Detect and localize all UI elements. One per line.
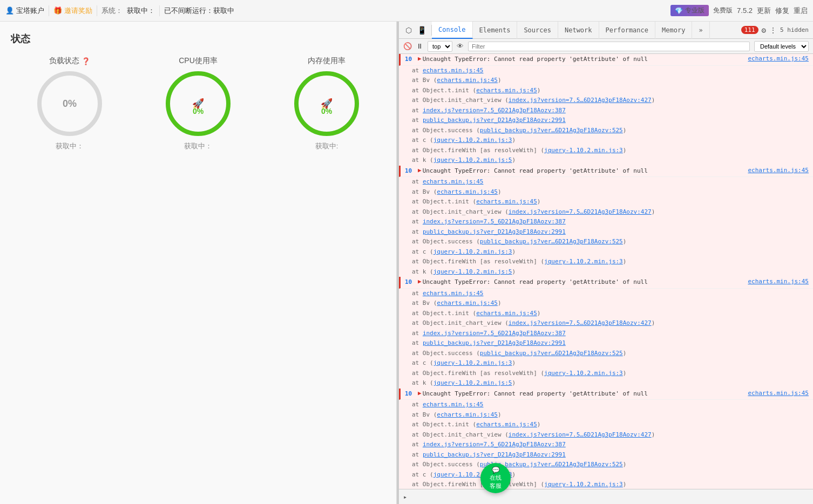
console-entry[interactable]: 10 ▶ Uncaught TypeError: Cannot read pro… [399, 166, 813, 178]
left-panel: 状态 负载状态 ❓ 0% 获取中： CPU使用率 🚀0% [0, 22, 397, 504]
pro-badge: 💎 专业版 [670, 5, 709, 16]
inspect-icon[interactable]: ⬡ [403, 25, 414, 36]
load-sub-label: 获取中： [56, 141, 84, 151]
stack-link[interactable]: jquery-1.10.2.min.js:3 [544, 258, 623, 265]
stack-link[interactable]: jquery-1.10.2.min.js:3 [544, 481, 623, 488]
error-source[interactable]: echarts.min.js:45 [748, 167, 809, 174]
stack-link[interactable]: jquery-1.10.2.min.js:5 [433, 379, 512, 386]
stack-line: at c (jquery-1.10.2.min.js:3) [399, 358, 813, 369]
load-gauge: 0% [37, 71, 102, 136]
pause-icon[interactable]: ⏸ [416, 42, 423, 50]
stack-link[interactable]: index.js?version=7.5_6D21Ag3pF18Aozv:387 [423, 441, 566, 448]
stack-link[interactable]: echarts.min.js:45 [437, 188, 498, 195]
console-content[interactable]: 10 ▶ Uncaught TypeError: Cannot read pro… [399, 54, 813, 489]
stack-link[interactable]: index.js?version=7.5…6D21Ag3pF18Aozv:427 [509, 208, 652, 215]
stack-line: at Object.success (public_backup.js?ver…… [399, 237, 813, 247]
chat-support-button[interactable]: 💬 在线客服 [480, 463, 511, 493]
tab-memory[interactable]: Memory [655, 22, 692, 39]
stack-link[interactable]: public_backup.js?ver_D21Ag3pF18Aozv:2991 [423, 228, 566, 235]
tab-performance[interactable]: Performance [599, 22, 655, 39]
collapse-icon[interactable]: ▶ [418, 167, 422, 174]
tab-elements[interactable]: Elements [473, 22, 518, 39]
stack-line: at Object.fireWith [as resolveWith] (jqu… [399, 146, 813, 156]
stack-link[interactable]: echarts.min.js:45 [476, 87, 537, 94]
stack-link[interactable]: echarts.min.js:45 [437, 299, 498, 307]
stack-link[interactable]: jquery-1.10.2.min.js:3 [544, 370, 623, 377]
stack-link[interactable]: echarts.min.js:45 [476, 198, 537, 205]
collapse-icon[interactable]: ▶ [418, 55, 422, 62]
uptime-label: 已不间断运行：获取中 [164, 6, 234, 16]
repair-button[interactable]: 修复 [775, 6, 789, 16]
console-bottom: ▸ [399, 489, 813, 504]
tab-network[interactable]: Network [558, 22, 599, 39]
stack-link[interactable]: index.js?version=7.5…6D21Ag3pF18Aozv:427 [509, 319, 652, 326]
stack-link[interactable]: public_backup.js?ver…6D21Ag3pF18Aozv:525 [480, 238, 623, 245]
stack-line: at c (jquery-1.10.2.min.js:3) [399, 247, 813, 257]
error-source[interactable]: echarts.min.js:45 [748, 390, 809, 397]
collapse-icon[interactable]: ▶ [418, 390, 422, 397]
stack-link[interactable]: jquery-1.10.2.min.js:3 [544, 147, 623, 154]
devtools-icon-bar: ⬡ 📱 [399, 25, 432, 36]
user-account-button[interactable]: 👤 宝塔账户 [5, 6, 44, 16]
stack-link[interactable]: public_backup.js?ver…6D21Ag3pF18Aozv:525 [480, 350, 623, 357]
error-source[interactable]: echarts.min.js:45 [748, 278, 809, 285]
stack-link[interactable]: jquery-1.10.2.min.js:5 [433, 268, 512, 275]
stack-link[interactable]: index.js?version=7.5…6D21Ag3pF18Aozv:427 [509, 431, 652, 438]
stack-link[interactable]: echarts.min.js:45 [476, 310, 537, 317]
context-select[interactable]: top [428, 41, 452, 52]
divider [97, 5, 97, 16]
stack-line: at Object.t.init (echarts.min.js:45) [399, 309, 813, 319]
load-label-text: 负载状态 [49, 56, 79, 66]
tab-sources[interactable]: Sources [517, 22, 558, 39]
stack-line: at Object.success (public_backup.js?ver…… [399, 460, 813, 470]
settings-icon[interactable]: ⚙ [762, 26, 766, 35]
divider [159, 5, 160, 16]
error-message: Uncaught TypeError: Cannot read property… [423, 278, 744, 287]
stack-link[interactable]: echarts.min.js:45 [437, 77, 498, 84]
stack-line: at echarts.min.js:45 [399, 289, 813, 299]
stack-link[interactable]: public_backup.js?ver…6D21Ag3pF18Aozv:525 [480, 127, 623, 134]
stack-link[interactable]: echarts.min.js:45 [423, 401, 484, 408]
stack-line: at Object.success (public_backup.js?ver…… [399, 126, 813, 136]
clear-console-icon[interactable]: 🚫 [403, 42, 412, 50]
tab-console[interactable]: Console [432, 22, 473, 39]
update-button[interactable]: 更新 [757, 6, 771, 16]
stack-link[interactable]: index.js?version=7.5_6D21Ag3pF18Aozv:387 [423, 330, 566, 337]
stack-link[interactable]: jquery-1.10.2.min.js:3 [433, 248, 512, 255]
filter-input[interactable] [468, 42, 750, 51]
expand-console-icon[interactable]: ▸ [403, 493, 407, 501]
cpu-sub-label: 获取中： [184, 141, 212, 151]
stack-link[interactable]: index.js?version=7.5…6D21Ag3pF18Aozv:427 [509, 97, 652, 104]
more-options-icon[interactable]: ⋮ [769, 26, 777, 35]
stack-link[interactable]: index.js?version=7.5_6D21Ag3pF18Aozv:387 [423, 218, 566, 225]
stack-link[interactable]: echarts.min.js:45 [476, 421, 537, 428]
eye-icon[interactable]: 👁 [457, 42, 464, 50]
stack-link[interactable]: echarts.min.js:45 [423, 290, 484, 297]
divider [49, 5, 49, 16]
stack-link[interactable]: index.js?version=7.5_6D21Ag3pF18Aozv:387 [423, 107, 566, 114]
stack-link[interactable]: echarts.min.js:45 [423, 67, 484, 74]
stack-link[interactable]: echarts.min.js:45 [423, 178, 484, 185]
console-entry[interactable]: 10 ▶ Uncaught TypeError: Cannot read pro… [399, 389, 813, 400]
sys-label: 系统： [101, 6, 123, 16]
stack-link[interactable]: echarts.min.js:45 [437, 411, 498, 418]
device-icon[interactable]: 📱 [416, 25, 427, 36]
restart-button[interactable]: 重启 [794, 6, 808, 16]
stack-link[interactable]: jquery-1.10.2.min.js:3 [433, 359, 512, 366]
stack-link[interactable]: public_backup.js?ver_D21Ag3pF18Aozv:2991 [423, 451, 566, 458]
stack-link[interactable]: jquery-1.10.2.min.js:3 [433, 137, 512, 144]
invite-button[interactable]: 🎁 邀请奖励 [53, 6, 92, 16]
stack-link[interactable]: jquery-1.10.2.min.js:5 [433, 156, 512, 164]
console-entry[interactable]: 10 ▶ Uncaught TypeError: Cannot read pro… [399, 277, 813, 289]
tab-more[interactable]: » [692, 22, 709, 39]
stack-link[interactable]: public_backup.js?ver_D21Ag3pF18Aozv:2991 [423, 339, 566, 346]
log-levels-select[interactable]: Default levels [754, 41, 809, 52]
stack-link[interactable]: public_backup.js?ver_D21Ag3pF18Aozv:2991 [423, 117, 566, 124]
load-label: 负载状态 ❓ [49, 56, 90, 66]
console-entry[interactable]: 10 ▶ Uncaught TypeError: Cannot read pro… [399, 54, 813, 66]
stack-line: at k (jquery-1.10.2.min.js:5) [399, 378, 813, 389]
error-source[interactable]: echarts.min.js:45 [748, 55, 809, 62]
collapse-icon[interactable]: ▶ [418, 278, 422, 285]
stack-line: at index.js?version=7.5_6D21Ag3pF18Aozv:… [399, 440, 813, 450]
help-icon[interactable]: ❓ [82, 57, 90, 65]
